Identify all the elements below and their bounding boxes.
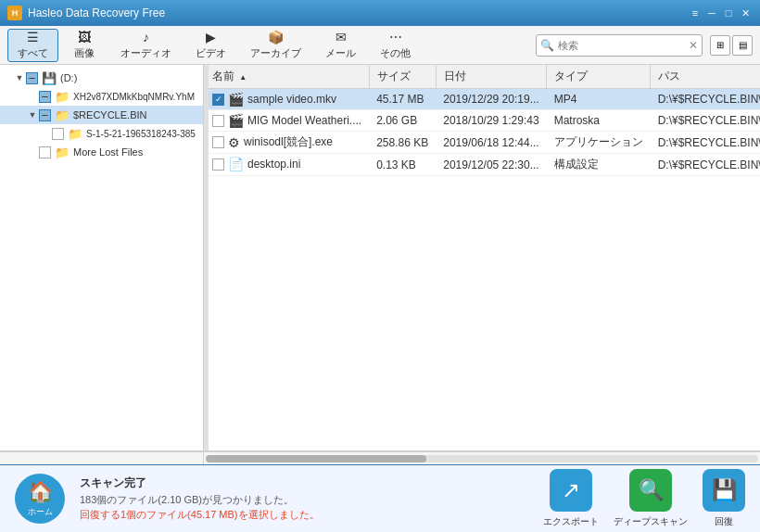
grid-view-button[interactable]: ⊞ — [710, 35, 730, 56]
list-view-button[interactable]: ▤ — [732, 35, 753, 56]
tree-label-s1: S-1-5-21-1965318243-385 — [86, 129, 196, 139]
file-size: 45.17 MB — [369, 89, 436, 110]
tree-hscroll[interactable] — [0, 451, 204, 464]
scroll-track — [206, 455, 758, 462]
tree-label-xh2v: XH2v87XDMkKbqNMRv.YhM — [73, 92, 195, 102]
filter-video-button[interactable]: ▶ ビデオ — [185, 29, 236, 62]
file-path: D:\¥$RECYCLE.BIN\ — [651, 154, 760, 176]
close-button[interactable]: ✕ — [738, 6, 753, 20]
filter-archive-button[interactable]: 📦 アーカイブ — [240, 29, 311, 62]
search-icon: 🔍 — [540, 39, 554, 52]
file-date: 2018/10/29 1:29:43 — [436, 110, 546, 132]
search-input[interactable] — [558, 40, 689, 51]
recover-button[interactable]: 💾 回復 — [703, 469, 745, 528]
status-selected: 回復する1個のファイル(45.17 MB)を選択しました。 — [80, 508, 543, 522]
tree-toggle[interactable]: ▼ — [13, 71, 26, 84]
tree-toggle-more-empty — [26, 146, 39, 158]
file-type: 構成設定 — [547, 154, 651, 176]
export-icon: ↗ — [562, 477, 580, 503]
tree-item-more[interactable]: 📁 More Lost Files — [0, 143, 203, 161]
file-type: アプリケーション — [547, 132, 651, 154]
deepscan-label: ディープスキャン — [614, 515, 688, 528]
status-actions: ↗ エクスポート 🔍 ディープスキャン 💾 回復 — [543, 469, 745, 528]
file-panel: 名前 ▲ サイズ 日付 タイプ パス ✓🎬sample video.mkv45.… — [209, 65, 760, 450]
home-button[interactable]: 🏠 ホーム — [15, 474, 65, 524]
file-hscroll[interactable] — [204, 451, 760, 464]
file-type-icon: 🎬 — [228, 113, 244, 128]
filter-other-button[interactable]: ⋯ その他 — [370, 29, 421, 62]
file-path: D:\¥$RECYCLE.BIN\ — [651, 132, 760, 154]
file-type-icon: 📄 — [228, 157, 244, 171]
tree-toggle-recycle[interactable]: ▼ — [26, 108, 39, 121]
tree-checkbox-more[interactable] — [39, 146, 51, 158]
recover-label: 回復 — [715, 515, 733, 528]
tree-checkbox-xh2v[interactable]: ─ — [39, 91, 51, 103]
file-type: Matroska — [547, 110, 651, 132]
tree-checkbox-recycle[interactable]: ─ — [39, 109, 51, 121]
tree-toggle-s1-empty — [39, 127, 52, 140]
file-checkbox[interactable]: ✓ — [212, 94, 224, 106]
tree-item-xh2v[interactable]: ─ 📁 XH2v87XDMkKbqNMRv.YhM — [0, 87, 203, 106]
status-title: スキャン完了 — [80, 475, 543, 491]
filter-all-button[interactable]: ☰ すべて — [7, 29, 58, 62]
toolbar: ☰ すべて 🖼 画像 ♪ オーディオ ▶ ビデオ 📦 アーカイブ ✉ メール ⋯… — [0, 26, 760, 65]
title-bar-text: Hasleo Data Recovery Free — [28, 6, 688, 19]
table-row[interactable]: ⚙winisodl[競合].exe258.86 KB2019/06/18 12:… — [209, 132, 760, 154]
video-icon: ▶ — [206, 30, 216, 44]
recover-icon: 💾 — [712, 478, 737, 502]
table-row[interactable]: ✓🎬sample video.mkv45.17 MB2019/12/29 20:… — [209, 89, 760, 110]
file-checkbox[interactable] — [212, 136, 224, 148]
col-header-type[interactable]: タイプ — [547, 65, 651, 89]
maximize-button[interactable]: □ — [721, 6, 736, 20]
status-text: スキャン完了 183個のファイル(2.10 GB)が見つかりました。 回復する1… — [80, 475, 543, 522]
tree-label-more: More Lost Files — [73, 146, 143, 158]
title-bar-controls: ≡ ─ □ ✕ — [688, 6, 753, 20]
file-date: 2019/12/29 20:19... — [436, 89, 546, 110]
col-header-date[interactable]: 日付 — [436, 65, 546, 89]
home-label: ホーム — [28, 506, 53, 518]
file-path: D:\¥$RECYCLE.BIN\ — [651, 89, 760, 110]
minimize-button[interactable]: ─ — [704, 6, 719, 20]
file-table: 名前 ▲ サイズ 日付 タイプ パス ✓🎬sample video.mkv45.… — [209, 65, 760, 176]
table-row[interactable]: 📄desktop.ini0.13 KB2019/12/05 22:30...構成… — [209, 154, 760, 176]
table-row[interactable]: 🎬MIG Model Weatheri....2.06 GB2018/10/29… — [209, 110, 760, 132]
file-name: sample video.mkv — [247, 93, 336, 106]
col-header-path[interactable]: パス — [651, 65, 760, 89]
view-icons: ⊞ ▤ — [710, 35, 753, 56]
file-name: MIG Model Weatheri.... — [247, 114, 361, 127]
menu-button[interactable]: ≡ — [688, 6, 703, 20]
folder-more-icon: 📁 — [55, 146, 70, 159]
tree-checkbox-d-drive[interactable]: ─ — [26, 72, 38, 84]
mail-icon: ✉ — [336, 30, 347, 44]
col-header-size[interactable]: サイズ — [369, 65, 436, 89]
tree-label-recycle: $RECYCLE.BIN — [73, 109, 146, 120]
export-button[interactable]: ↗ エクスポート — [543, 469, 599, 528]
tree-item-d-drive[interactable]: ▼ ─ 💾 (D:) — [0, 69, 203, 87]
main-area: ▼ ─ 💾 (D:) ─ 📁 XH2v87XDMkKbqNMRv.YhM ▼ ─… — [0, 65, 760, 450]
status-bar: 🏠 ホーム スキャン完了 183個のファイル(2.10 GB)が見つかりました。… — [0, 463, 760, 532]
tree-item-recycle[interactable]: ▼ ─ 📁 $RECYCLE.BIN — [0, 106, 203, 124]
audio-icon: ♪ — [143, 30, 149, 44]
file-type-icon: 🎬 — [228, 92, 244, 107]
tree-toggle-empty — [26, 90, 39, 103]
file-type: MP4 — [547, 89, 651, 110]
file-checkbox[interactable] — [212, 115, 224, 127]
file-type-icon: ⚙ — [228, 135, 240, 150]
tree-item-s1[interactable]: 📁 S-1-5-21-1965318243-385 — [0, 124, 203, 143]
col-header-name[interactable]: 名前 ▲ — [209, 65, 369, 89]
file-checkbox[interactable] — [212, 158, 224, 171]
deepscan-icon: 🔍 — [639, 478, 664, 502]
file-date: 2019/06/18 12:44... — [436, 132, 546, 154]
deepscan-button[interactable]: 🔍 ディープスキャン — [614, 469, 688, 528]
filter-audio-button[interactable]: ♪ オーディオ — [110, 29, 182, 62]
home-icon: 🏠 — [28, 480, 53, 504]
recycle-icon: 📁 — [55, 108, 70, 122]
recover-icon-bg: 💾 — [703, 469, 745, 512]
tree-checkbox-s1[interactable] — [52, 128, 64, 140]
filter-mail-button[interactable]: ✉ メール — [315, 29, 366, 62]
filter-image-button[interactable]: 🖼 画像 — [62, 29, 107, 62]
status-description: 183個のファイル(2.10 GB)が見つかりました。 — [80, 493, 543, 507]
file-name: winisodl[競合].exe — [244, 134, 333, 150]
drive-icon: 💾 — [42, 71, 57, 85]
search-clear-icon[interactable]: ✕ — [689, 39, 698, 52]
